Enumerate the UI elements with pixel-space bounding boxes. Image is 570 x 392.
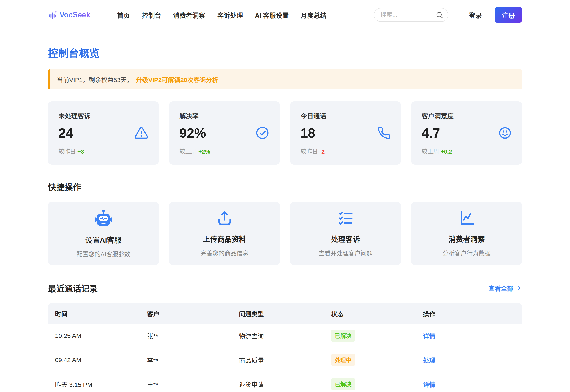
recent-calls-title: 最近通话记录: [48, 282, 98, 294]
column-header-time: 时间: [55, 309, 147, 318]
quick-action-subtitle: 分析客户行为数据: [443, 249, 491, 257]
stat-label: 客户满意度: [422, 111, 454, 120]
quick-actions-title: 快捷操作: [48, 181, 522, 193]
quick-action-handle-complaints[interactable]: 处理客诉 查看并处理客户问题: [290, 202, 401, 265]
cell-issue-type: 物流查询: [239, 331, 331, 340]
recent-calls-table: 时间 客户 问题类型 状态 操作 10:25 AM 张** 物流查询 已解决 详…: [48, 303, 522, 392]
cell-time: 10:25 AM: [55, 332, 147, 339]
quick-action-upload-products[interactable]: 上传商品资料 完善您的商品信息: [169, 202, 280, 265]
brand-logo[interactable]: VocSeek: [48, 10, 90, 20]
quick-action-title: 设置AI客服: [85, 234, 121, 245]
cell-issue-type: 退货申请: [239, 379, 331, 389]
status-badge: 已解决: [331, 330, 355, 342]
status-badge: 处理中: [331, 354, 355, 366]
row-action-link[interactable]: 处理: [423, 357, 435, 364]
top-navbar: VocSeek 首页 控制台 消费者洞察 客诉处理 AI 客服设置 月度总结 登…: [0, 0, 570, 30]
stat-delta: 较昨日 +3: [58, 147, 90, 155]
upload-icon: [216, 210, 233, 226]
view-all-link[interactable]: 查看全部: [488, 283, 522, 293]
stat-card-todays-calls: 今日通话 18 较昨日 -2: [290, 101, 401, 165]
check-circle-icon: [255, 126, 270, 140]
cell-customer: 王**: [147, 379, 239, 389]
stat-value: 24: [58, 126, 90, 141]
quick-action-subtitle: 完善您的商品信息: [200, 249, 248, 257]
stat-card-resolution-rate: 解决率 92% 较上周 +2%: [169, 101, 280, 165]
stat-label: 今日通话: [300, 111, 326, 120]
stat-value: 4.7: [422, 126, 454, 141]
stat-delta: 较昨日 -2: [300, 147, 326, 155]
quick-actions-section: 设置AI客服 配置您的AI客服参数 上传商品资料 完善您的商品信息 处: [48, 202, 522, 265]
quick-action-title: 处理客诉: [331, 233, 360, 244]
nav-item-dashboard[interactable]: 控制台: [142, 10, 161, 20]
nav-item-complaint-handling[interactable]: 客诉处理: [217, 10, 243, 20]
cell-time: 09:42 AM: [55, 356, 147, 364]
stat-value: 18: [300, 126, 326, 141]
cell-customer: 张**: [147, 331, 239, 340]
alert-triangle-icon: [134, 126, 148, 140]
column-header-status: 状态: [331, 309, 423, 318]
table-header-row: 时间 客户 问题类型 状态 操作: [48, 303, 522, 324]
nav-item-monthly-summary[interactable]: 月度总结: [301, 10, 326, 20]
table-row: 10:25 AM 张** 物流查询 已解决 详情: [48, 324, 522, 348]
table-row: 昨天 3:15 PM 王** 退货申请 已解决 详情: [48, 372, 522, 392]
register-button[interactable]: 注册: [495, 7, 522, 23]
quick-action-subtitle: 查看并处理客户问题: [318, 249, 373, 257]
quick-action-setup-ai-service[interactable]: 设置AI客服 配置您的AI客服参数: [48, 202, 159, 265]
nav-item-home[interactable]: 首页: [117, 10, 130, 20]
cell-issue-type: 商品质量: [239, 355, 331, 364]
search-box: [374, 8, 448, 22]
stat-value: 92%: [180, 126, 210, 141]
row-action-link[interactable]: 详情: [423, 333, 435, 340]
nav-item-ai-service-settings[interactable]: AI 客服设置: [255, 10, 289, 20]
stat-delta: 较上周 +0.2: [422, 147, 454, 155]
stat-label: 解决率: [180, 111, 210, 120]
soundwave-logo-icon: [48, 10, 58, 20]
vip-upgrade-link[interactable]: 升级VIP2可解锁20次客诉分析: [136, 75, 218, 84]
quick-action-title: 上传商品资料: [203, 233, 246, 244]
row-action-link[interactable]: 详情: [423, 381, 435, 388]
vip-banner-text: 当前VIP1，剩余权益53天，: [57, 75, 133, 84]
phone-icon: [377, 126, 390, 140]
quick-action-subtitle: 配置您的AI客服参数: [76, 249, 130, 258]
login-button[interactable]: 登录: [469, 10, 482, 20]
smiley-icon: [498, 126, 512, 140]
column-header-issue-type: 问题类型: [239, 309, 331, 318]
nav-item-consumer-insights[interactable]: 消费者洞察: [173, 10, 205, 20]
stat-card-pending-complaints: 未处理客诉 24 较昨日 +3: [48, 101, 159, 165]
brand-name: VocSeek: [60, 11, 90, 19]
cell-time: 昨天 3:15 PM: [55, 379, 147, 389]
main-nav: 首页 控制台 消费者洞察 客诉处理 AI 客服设置 月度总结: [117, 10, 326, 20]
stats-section: 未处理客诉 24 较昨日 +3 解决率 92% 较上周 +2: [48, 101, 522, 165]
stat-delta: 较上周 +2%: [180, 147, 210, 155]
page-title: 控制台概览: [48, 45, 522, 60]
chevron-right-icon: [516, 285, 522, 291]
quick-action-consumer-insights[interactable]: 消费者洞察 分析客户行为数据: [411, 202, 522, 265]
vip-banner: 当前VIP1，剩余权益53天， 升级VIP2可解锁20次客诉分析: [48, 70, 522, 89]
cell-customer: 李**: [147, 355, 239, 364]
status-badge: 已解决: [331, 378, 355, 390]
checklist-icon: [337, 210, 354, 226]
column-header-action: 操作: [423, 309, 515, 318]
stat-card-satisfaction: 客户满意度 4.7 较上周 +0.2: [411, 101, 522, 165]
line-chart-icon: [458, 210, 475, 226]
table-row: 09:42 AM 李** 商品质量 处理中 处理: [48, 348, 522, 372]
robot-icon: [94, 209, 113, 227]
search-icon[interactable]: [435, 11, 443, 19]
column-header-customer: 客户: [147, 309, 239, 318]
stat-label: 未处理客诉: [58, 111, 90, 120]
quick-action-title: 消费者洞察: [449, 233, 485, 244]
